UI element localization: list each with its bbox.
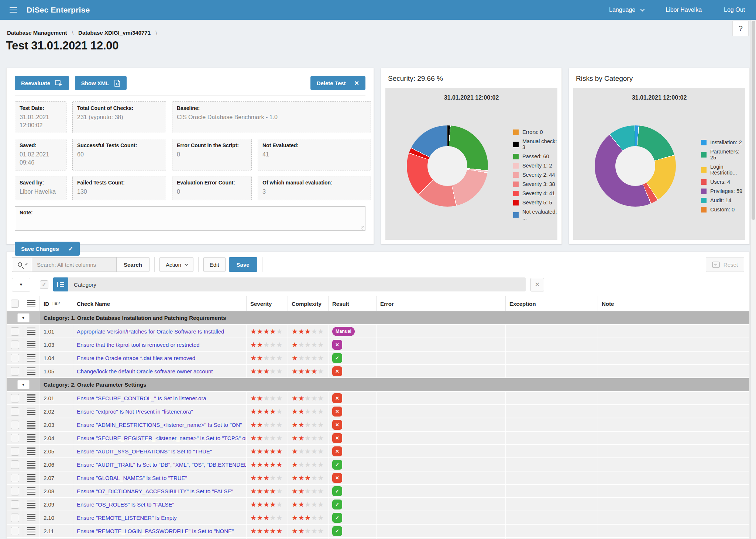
row-checkbox[interactable] bbox=[11, 474, 19, 482]
delete-test-button[interactable]: Delete Test ✕ bbox=[310, 76, 365, 90]
legend-swatch bbox=[701, 179, 707, 185]
check-name-link[interactable]: Appropriate Version/Patches for Oracle S… bbox=[77, 328, 224, 335]
search-options-button[interactable] bbox=[12, 257, 32, 272]
row-menu-icon[interactable] bbox=[27, 354, 35, 362]
collapse-category-button[interactable]: ▼ bbox=[17, 380, 30, 389]
logout-button[interactable]: Log Out bbox=[724, 7, 745, 13]
row-menu-icon[interactable] bbox=[27, 394, 35, 402]
group-by-filter[interactable]: Category bbox=[53, 277, 526, 291]
scrollbar-thumb[interactable] bbox=[752, 21, 755, 220]
row-checkbox[interactable] bbox=[11, 447, 19, 456]
test-field: Not Evaluated: 41 bbox=[258, 139, 371, 170]
check-name-link[interactable]: Ensure "SECURE_REGISTER_<listener_name>"… bbox=[77, 435, 247, 441]
column-header-note[interactable]: Note bbox=[598, 296, 749, 311]
row-menu-icon[interactable] bbox=[27, 341, 35, 349]
note-field[interactable]: Note: bbox=[15, 206, 365, 231]
row-menu-icon[interactable] bbox=[27, 408, 35, 415]
severity-rating: ★★★★★ bbox=[247, 511, 288, 524]
chevron-down-icon bbox=[640, 7, 645, 11]
select-all-checkbox[interactable] bbox=[11, 300, 19, 308]
action-dropdown-button[interactable]: Action bbox=[159, 257, 193, 272]
row-menu-icon[interactable] bbox=[27, 514, 35, 522]
language-dropdown[interactable]: Language bbox=[609, 7, 643, 13]
check-name-link[interactable]: Ensure that the tkprof tool is removed o… bbox=[77, 342, 200, 348]
check-name-link[interactable]: Ensure "OS_ROLES" Is Set to "FALSE" bbox=[77, 501, 174, 508]
legend-swatch bbox=[701, 152, 707, 158]
row-checkbox[interactable] bbox=[11, 460, 19, 469]
reset-button[interactable]: Reset bbox=[706, 257, 744, 272]
row-menu-icon[interactable] bbox=[27, 501, 35, 508]
check-name-link[interactable]: Ensure "AUDIT_TRAIL" Is Set to "DB", "XM… bbox=[77, 462, 247, 468]
row-menu-icon[interactable] bbox=[27, 367, 35, 375]
edit-button[interactable]: Edit bbox=[203, 257, 226, 272]
check-name-link[interactable]: Ensure "REMOTE_LISTENER" Is Empty bbox=[77, 515, 177, 521]
table-row: 2.06 Ensure "AUDIT_TRAIL" Is Set to "DB"… bbox=[7, 458, 749, 471]
show-xml-button[interactable]: Show XML bbox=[75, 76, 127, 90]
search-input[interactable] bbox=[32, 257, 117, 272]
check-name-link[interactable]: Ensure "O7_DICTIONARY_ACCESSIBILITY" Is … bbox=[77, 488, 233, 494]
column-header-check-name[interactable]: Check Name bbox=[73, 296, 247, 311]
note-cell bbox=[598, 445, 749, 457]
check-name-link[interactable]: Ensure "SECURE_CONTROL_" Is Set in liste… bbox=[77, 395, 206, 401]
row-checkbox[interactable] bbox=[11, 394, 19, 402]
complexity-rating: ★★★★★ bbox=[288, 525, 329, 537]
language-label: Language bbox=[609, 7, 635, 13]
row-menu-icon[interactable] bbox=[27, 474, 35, 482]
check-name-link[interactable]: Ensure "extproc" Is Not Present in "list… bbox=[77, 408, 193, 415]
legend-swatch bbox=[513, 191, 519, 196]
row-checkbox[interactable] bbox=[11, 367, 19, 376]
row-menu-icon[interactable] bbox=[27, 328, 35, 335]
save-button[interactable]: Save bbox=[229, 257, 257, 272]
result-badge-pass: ✓ bbox=[332, 486, 342, 496]
result-cell: ✓ bbox=[329, 485, 377, 497]
category-row: ▼ Category: 2. Oracle Parameter Settings bbox=[7, 378, 749, 392]
collapse-category-button[interactable]: ▼ bbox=[17, 313, 30, 322]
row-checkbox[interactable] bbox=[11, 487, 19, 495]
row-checkbox[interactable] bbox=[11, 514, 19, 522]
row-checkbox[interactable] bbox=[11, 527, 19, 535]
row-checkbox[interactable] bbox=[11, 341, 19, 349]
row-menu-icon[interactable] bbox=[27, 487, 35, 495]
row-checkbox[interactable] bbox=[11, 407, 19, 416]
check-name-link[interactable]: Ensure "GLOBAL_NAMES" Is Set to "TRUE" bbox=[77, 475, 187, 481]
row-menu-icon[interactable] bbox=[27, 434, 35, 442]
column-header-complexity[interactable]: Complexity bbox=[288, 296, 329, 311]
row-menu-icon[interactable] bbox=[27, 461, 35, 469]
complexity-rating: ★★★★★ bbox=[288, 325, 329, 338]
check-name-link[interactable]: Ensure "REMOTE_LOGIN_PASSWORDFILE" Is Se… bbox=[77, 528, 234, 534]
category-row: ▼ Category: 1. Oracle Database Installat… bbox=[7, 311, 749, 325]
menu-icon[interactable] bbox=[10, 7, 17, 13]
row-checkbox[interactable] bbox=[11, 434, 19, 442]
row-checkbox[interactable] bbox=[11, 500, 19, 509]
row-menu-icon[interactable] bbox=[27, 527, 35, 535]
search-button[interactable]: Search bbox=[117, 257, 150, 272]
column-header-id[interactable]: ID ↑≡2 bbox=[40, 296, 73, 311]
column-header-result[interactable]: Result bbox=[329, 296, 377, 311]
row-menu-icon[interactable] bbox=[27, 448, 35, 455]
check-name-link[interactable]: Change/lock the default Oracle software … bbox=[77, 368, 213, 374]
filter-checkbox[interactable]: ✓ bbox=[40, 280, 48, 289]
user-name[interactable]: Libor Havelka bbox=[666, 7, 702, 13]
header-menu-icon[interactable] bbox=[27, 300, 35, 308]
column-header-severity[interactable]: Severity bbox=[247, 296, 288, 311]
vertical-scrollbar[interactable] bbox=[750, 20, 756, 539]
check-name-link[interactable]: Ensure "AUDIT_SYS_OPERATIONS" Is Set to … bbox=[77, 448, 212, 455]
group-by-icon[interactable] bbox=[53, 277, 68, 291]
row-checkbox[interactable] bbox=[11, 327, 19, 336]
check-name-link[interactable]: Ensure "ADMIN_RESTRICTIONS_<listener_nam… bbox=[77, 422, 242, 428]
check-name-link[interactable]: Ensure the Oracle otrace *.dat files are… bbox=[77, 355, 195, 361]
error-cell bbox=[377, 365, 506, 377]
reevaluate-button[interactable]: Reevaluate bbox=[15, 76, 69, 90]
column-header-exception[interactable]: Exception bbox=[506, 296, 598, 311]
help-button[interactable]: ? bbox=[732, 21, 749, 36]
column-header-error[interactable]: Error bbox=[377, 296, 506, 311]
remove-filter-button[interactable]: ✕ bbox=[530, 278, 544, 291]
row-menu-icon[interactable] bbox=[27, 421, 35, 429]
row-checkbox[interactable] bbox=[11, 421, 19, 429]
row-checkbox[interactable] bbox=[11, 354, 19, 362]
table-row: 1.04 Ensure the Oracle otrace *.dat file… bbox=[7, 352, 749, 365]
breadcrumb-database[interactable]: Database XDIGI_vmi340771 bbox=[78, 30, 151, 36]
breadcrumb-database-management[interactable]: Database Management bbox=[7, 30, 67, 36]
filter-dropdown-button[interactable]: ▼ bbox=[12, 278, 30, 291]
save-changes-button[interactable]: Save Changes ✓ bbox=[15, 242, 80, 256]
